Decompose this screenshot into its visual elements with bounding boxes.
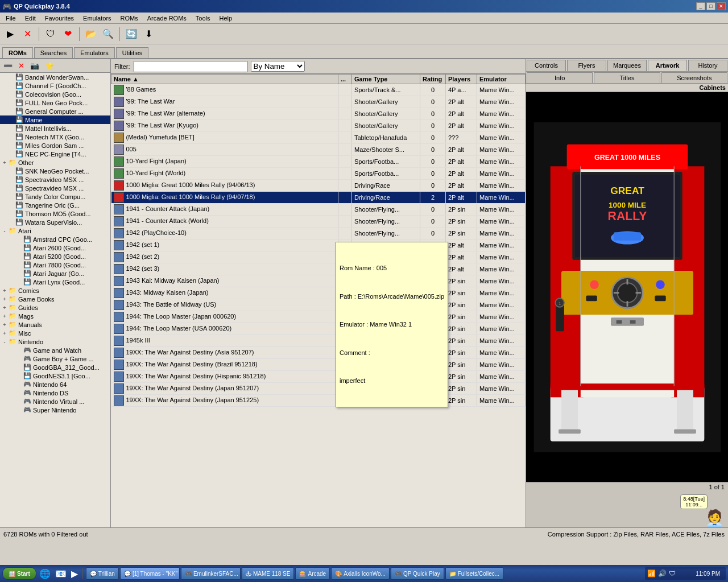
tree-item[interactable]: 💾 Miles Gordon Sam ... [0,141,110,150]
tab-controls[interactable]: Controls [527,60,566,71]
taskbar-axialis[interactable]: 🎨 Axialis IconWo... [331,567,390,580]
download-button[interactable]: ⬇ [140,26,156,42]
tree-item[interactable]: 🎮 Nintendo Virtual ... [0,397,110,406]
shield-button[interactable]: 🛡 [43,26,59,42]
menu-edit[interactable]: Edit [20,14,40,23]
tree-item[interactable]: 🎮 Game Boy + Game ... [0,354,110,363]
taskbar-quickplay[interactable]: 🎮 QP Quick Play [391,567,444,580]
table-row[interactable]: '99: The Last WarShooter/Gallery02P altM… [111,96,526,108]
table-row[interactable]: 1945k IIIShooter/Flying...02P sinMame Wi… [111,335,526,347]
tab-info[interactable]: Info [527,72,593,83]
table-row[interactable]: '88 GamesSports/Track &...04P a...Mame W… [111,84,526,96]
tree-item[interactable]: 🎮 Nintendo 64 [0,380,110,389]
table-row[interactable]: 1942 (set 2)Shooter/Flying...02P altMame… [111,251,526,263]
tab-artwork[interactable]: Artwork [648,60,687,71]
tree-item[interactable]: 💾 Neotech MTX (Goo... [0,133,110,141]
menu-favourites[interactable]: Favourites [40,14,78,23]
maximize-button[interactable]: □ [706,2,715,10]
close-button[interactable]: ✕ [717,2,726,10]
tree-item[interactable]: 💾 Thomson MO5 (Good... [0,209,110,218]
col-header-name[interactable]: Name ▲ [111,75,338,84]
tree-add[interactable]: ✕ [16,60,27,71]
game-list-container[interactable]: Name ▲ ... Game Type Rating Players Emul… [111,74,526,527]
menu-arcade-roms[interactable]: Arcade ROMs [143,14,191,23]
tree-item[interactable]: 💾 GoodGBA_312_Good... [0,363,110,372]
col-header-emulator[interactable]: Emulator [477,75,526,84]
refresh-button[interactable]: 🔄 [123,26,139,42]
taskbar-fullsets[interactable]: 📁 Fullsets/Collec... [445,567,503,580]
tree-item-gamebooks[interactable]: + 📁 Game Books [0,295,110,303]
tree-item[interactable]: 💾 Mattel Intellivis... [0,124,110,133]
table-row[interactable]: 1942 (set 1)Shooter/Flying...02P altMame… [111,240,526,251]
tab-emulators[interactable]: Emulators [74,47,115,58]
col-header-rating[interactable]: Rating [420,75,446,84]
tab-screenshots[interactable]: Screenshots [661,72,727,83]
filter-dropdown[interactable]: By Name By Type By Emulator [251,61,305,72]
table-row[interactable]: 1943 Kai: Midway Kaisen (Japan)Shooter/F… [111,275,526,287]
tree-item-mame[interactable]: 💾 Mame [0,115,110,124]
table-row[interactable]: 19XX: The War Against Destiny (Japan 951… [111,395,526,407]
table-row[interactable]: 19XX: The War Against Destiny (Asia 9512… [111,347,526,359]
table-row[interactable]: 1943: Midway Kaisen (Japan)Shooter/Flyin… [111,287,526,299]
tree-item-guides[interactable]: + 📁 Guides [0,303,110,312]
table-row[interactable]: 1944: The Loop Master (USA 000620)Shoote… [111,323,526,335]
minimize-button[interactable]: _ [696,2,705,10]
tree-item[interactable]: 💾 NEC PC-Engine [T4... [0,150,110,158]
table-row[interactable]: 1941 - Counter Attack (Japan)Shooter/Fly… [111,204,526,216]
filter-input[interactable] [134,61,247,72]
tab-searches[interactable]: Searches [34,47,73,58]
tree-item-mags[interactable]: + 📁 Mags [0,312,110,320]
tree-item[interactable]: 🎮 Nintendo DS [0,389,110,397]
menu-roms[interactable]: ROMs [116,14,143,23]
tree-item[interactable]: 💾 Colecovision (Goo... [0,90,110,98]
col-header-dots[interactable]: ... [338,75,352,84]
tree-item[interactable]: 💾 Atari 2600 (Good... [0,243,110,252]
tree-item[interactable]: 💾 Watara SuperVisio... [0,218,110,226]
tree-item[interactable]: 💾 Atari 7800 (Good... [0,261,110,269]
table-row[interactable]: 005Maze/Shooter S...02P altMame Win... [111,144,526,156]
tree-item[interactable]: 🎮 Super Nintendo [0,406,110,414]
tree-item[interactable]: 💾 Tangerine Oric (G... [0,201,110,209]
taskbar-icon-ie[interactable]: 🌐 [38,568,52,579]
tab-utilities[interactable]: Utilities [116,47,148,58]
stop-button[interactable]: ✕ [19,26,35,42]
taskbar-icon-media[interactable]: ▶ [69,568,80,579]
tree-item[interactable]: 💾 General Computer ... [0,107,110,115]
tree-item[interactable]: 💾 FULL Neo Geo Pock... [0,98,110,107]
col-header-gametype[interactable]: Game Type [352,75,420,84]
table-row[interactable]: 10-Yard Fight (World)Sports/Footba...02P… [111,168,526,180]
menu-file[interactable]: File [1,14,20,23]
tree-collapse-all[interactable]: ➖ [1,60,15,71]
tree-item[interactable]: 🎮 Game and Watch [0,346,110,354]
table-row[interactable]: 10-Yard Fight (Japan)Sports/Footba...02P… [111,156,526,168]
tree-item-misc[interactable]: + 📁 Misc [0,329,110,337]
tree-favorite[interactable]: ⭐ [43,60,56,71]
tab-titles[interactable]: Titles [594,72,660,83]
table-row[interactable]: '99: The Last War (Kyugo)Shooter/Gallery… [111,120,526,132]
tree-item[interactable]: 💾 Amstrad CPC (Goo... [0,235,110,243]
table-row[interactable]: (Medal) Yumefuda [BET]Tabletop/Hanafuda0… [111,132,526,144]
tab-flyers[interactable]: Flyers [567,60,606,71]
tree-item[interactable]: 💾 GoodNES3.1 [Goo... [0,372,110,380]
table-row[interactable]: '99: The Last War (alternate)Shooter/Gal… [111,108,526,120]
tree-item[interactable]: 💾 Tandy Color Compu... [0,192,110,201]
menu-emulators[interactable]: Emulators [78,14,116,23]
search-button[interactable]: 🔍 [100,26,116,42]
table-row[interactable]: 1942 (set 3)Shooter/Flying...02P altMame… [111,263,526,275]
tree-item[interactable]: 💾 Spectravideo MSX ... [0,184,110,192]
tree-item[interactable]: 💾 Atari 5200 (Good... [0,252,110,261]
tree-item-other[interactable]: + 📁 Other [0,158,110,167]
table-row[interactable]: 19XX: The War Against Destiny (Hispanic … [111,371,526,383]
tab-history[interactable]: History [688,60,727,71]
tree-screenshot[interactable]: 📷 [28,60,42,71]
table-row[interactable]: 1943: The Battle of Midway (US)Shooter/F… [111,299,526,311]
tree-item[interactable]: 💾 Bandai WonderSwan... [0,73,110,81]
menu-help[interactable]: Help [215,14,237,23]
tree-item-atari[interactable]: - 📁 Atari [0,226,110,235]
taskbar-trillian[interactable]: 💬 Trillian [86,567,119,580]
table-row[interactable]: 19XX: The War Against Destiny (Japan 951… [111,383,526,395]
tree-item[interactable]: 💾 Channel F (GoodCh... [0,81,110,90]
tab-roms[interactable]: ROMs [2,47,33,58]
table-row[interactable]: 1942 (PlayChoice-10)Shooter/Flying...02P… [111,228,526,240]
table-row[interactable]: 1944: The Loop Master (Japan 000620)Shoo… [111,311,526,323]
